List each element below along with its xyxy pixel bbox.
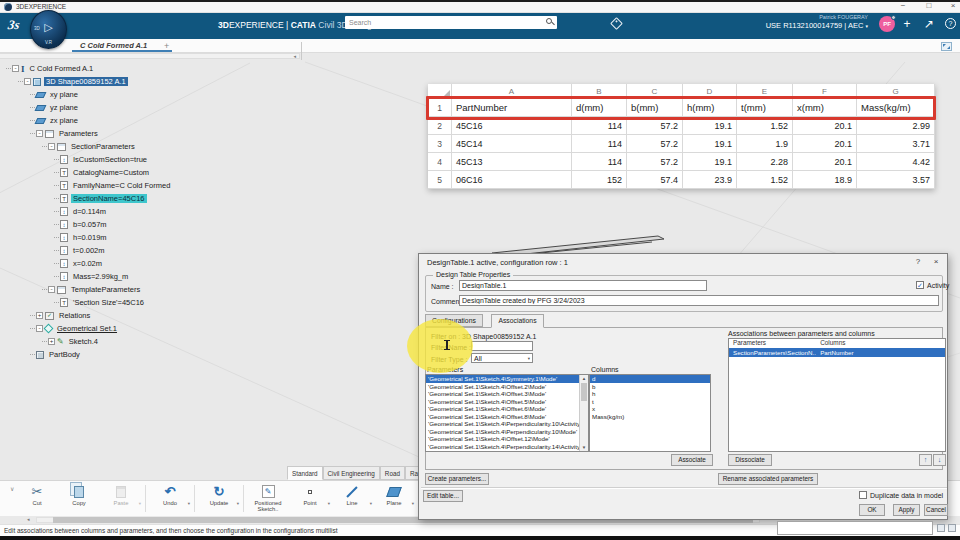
toolbar-cut[interactable]: ✂Cut: [16, 483, 58, 506]
dropdown-chevron-icon[interactable]: ▾: [370, 501, 372, 506]
columns-list[interactable]: dbhtxMass(kg/m): [589, 374, 711, 452]
sheet-cell[interactable]: 114: [572, 135, 627, 153]
status-icon-2[interactable]: [948, 524, 956, 532]
tree-item[interactable]: -IC Cold Formed A.1: [2, 62, 312, 75]
tree-item[interactable]: TSectionName=45C16: [2, 192, 312, 205]
sheet-cell[interactable]: 20.1: [793, 135, 857, 153]
sheet-cell[interactable]: 114: [572, 153, 627, 171]
tree-item[interactable]: -3D Shape00859152 A.1: [2, 75, 312, 88]
tree-item[interactable]: ↕h=0.019m: [2, 231, 312, 244]
expand-view-icon[interactable]: [941, 42, 952, 51]
sheet-cell[interactable]: 152: [572, 171, 627, 189]
tree-expander[interactable]: -: [36, 130, 43, 137]
toolbar-tab-civil-engineering[interactable]: Civil Engineering: [323, 466, 380, 480]
dissociate-button[interactable]: Dissociate: [728, 454, 772, 466]
tree-item[interactable]: TFamilyName=C Cold Formed: [2, 179, 312, 192]
tree-item[interactable]: -Geometrical Set.1: [2, 322, 312, 335]
edit-table-button[interactable]: Edit table...: [423, 490, 463, 502]
scrollbar-thumb[interactable]: [581, 383, 587, 401]
search-input[interactable]: [345, 16, 557, 29]
tree-expander[interactable]: -: [24, 78, 31, 85]
toolbar-paste[interactable]: Paste▾: [100, 483, 142, 506]
sheet-cell[interactable]: 20.1: [793, 153, 857, 171]
tree-expander[interactable]: -: [48, 143, 55, 150]
dropdown-chevron-icon[interactable]: ▾: [412, 501, 414, 506]
filter-name-input[interactable]: [471, 341, 533, 351]
sheet-row-number[interactable]: 3: [428, 135, 452, 153]
dialog-close-icon[interactable]: ×: [931, 257, 941, 266]
sheet-row-number[interactable]: 5: [428, 171, 452, 189]
tree-item[interactable]: ↕t=0.002m: [2, 244, 312, 257]
parameter-item[interactable]: 'Geometrical Set.1\Sketch.4\Perpendicula…: [426, 420, 588, 428]
cancel-button[interactable]: Cancel: [924, 504, 948, 516]
move-up-button[interactable]: ↑: [919, 454, 932, 466]
parameter-item[interactable]: 'Geometrical Set.1\Sketch.4\Perpendicula…: [426, 443, 588, 451]
rename-associated-parameters-button[interactable]: Rename associated parameters: [718, 473, 818, 485]
parameter-item[interactable]: 'Geometrical Set.1\Sketch.4\Offset.2\Mod…: [426, 383, 588, 391]
close-button[interactable]: ×: [946, 1, 960, 10]
toolbar-positioned-sketch-[interactable]: ✎Positioned Sketch..: [247, 483, 289, 512]
toolbar-tab-standard[interactable]: Standard: [287, 466, 323, 480]
tree-item[interactable]: +✎Sketch.4: [2, 335, 312, 348]
tree-item[interactable]: -Parameters: [2, 127, 312, 140]
status-icon-1[interactable]: [937, 524, 945, 532]
search-icon[interactable]: [546, 18, 556, 28]
move-down-button[interactable]: ↓: [933, 454, 946, 466]
sheet-cell[interactable]: 57.2: [627, 135, 683, 153]
tree-expander[interactable]: +: [36, 312, 43, 319]
tree-item[interactable]: ↕IsCustomSection=true: [2, 153, 312, 166]
dropdown-chevron-icon[interactable]: ▾: [139, 501, 141, 506]
column-item[interactable]: h: [590, 390, 710, 398]
maximize-button[interactable]: □: [922, 1, 936, 10]
toolbar-point[interactable]: Point▾: [289, 483, 331, 506]
add-content-icon[interactable]: +: [899, 17, 915, 31]
association-row[interactable]: SectionParameters\SectionN...PartNumber: [729, 348, 945, 357]
create-parameters-button[interactable]: Create parameters...: [425, 473, 489, 485]
dropdown-chevron-icon[interactable]: ▾: [328, 501, 330, 506]
dassault-logo[interactable]: 3s: [7, 17, 21, 33]
toolbar-tab-railwa[interactable]: Railwa: [405, 466, 418, 480]
collapse-toolbar-icon[interactable]: ∨: [10, 485, 14, 492]
toolbar-plane[interactable]: Plane▾: [373, 483, 415, 506]
environment-selector[interactable]: USE R1132100014759 | AEC ▾: [766, 21, 868, 30]
dialog-help-icon[interactable]: ?: [913, 257, 923, 266]
scroll-down-icon[interactable]: ▼: [580, 445, 588, 450]
toolbar-update[interactable]: ↻Update▾: [198, 483, 240, 506]
compass-icon[interactable]: ▷ 3D V.R: [30, 10, 67, 49]
tree-item[interactable]: ↕Mass=2.99kg_m: [2, 270, 312, 283]
tree-item[interactable]: TCatalogName=Custom: [2, 166, 312, 179]
sheet-cell[interactable]: 2.28: [737, 153, 793, 171]
toolbar-tab-road[interactable]: Road: [380, 466, 405, 480]
sheet-cell[interactable]: 06C16: [452, 171, 572, 189]
sheet-cell[interactable]: 18.9: [793, 171, 857, 189]
comment-field[interactable]: [459, 295, 939, 306]
scroll-left-icon[interactable]: ◂: [27, 516, 30, 522]
scroll-up-icon[interactable]: ▲: [580, 376, 588, 381]
parameters-scrollbar[interactable]: ▲▼: [579, 375, 588, 451]
parameter-item[interactable]: 'Geometrical Set.1\Sketch.4\Symmetry.1\M…: [426, 375, 588, 383]
column-item[interactable]: b: [590, 383, 710, 391]
tree-item[interactable]: ↕x=0.02m: [2, 257, 312, 270]
tree-item[interactable]: -SectionParameters: [2, 140, 312, 153]
dropdown-chevron-icon[interactable]: ▾: [237, 501, 239, 506]
parameter-item[interactable]: 'Geometrical Set.1\Sketch.4\Perpendicula…: [426, 428, 588, 436]
sheet-cell[interactable]: 4.42: [857, 153, 935, 171]
sheet-cell[interactable]: 23.9: [683, 171, 737, 189]
filter-type-select[interactable]: All▾: [471, 353, 533, 363]
document-tab[interactable]: C Cold Formed A.1: [80, 41, 147, 50]
name-field[interactable]: [459, 280, 707, 291]
tree-expander[interactable]: -: [36, 325, 43, 332]
minimize-button[interactable]: −: [896, 1, 910, 10]
parameter-item[interactable]: 'Geometrical Set.1\Sketch.4\Offset.6\Mod…: [426, 405, 588, 413]
tree-item[interactable]: yz plane: [2, 101, 312, 114]
tree-item[interactable]: zx plane: [2, 114, 312, 127]
sheet-cell[interactable]: 45C13: [452, 153, 572, 171]
tree-item[interactable]: xy plane: [2, 88, 312, 101]
sheet-cell[interactable]: 19.1: [683, 153, 737, 171]
duplicate-data-checkbox[interactable]: [859, 491, 867, 499]
apply-button[interactable]: Apply: [893, 504, 920, 516]
toolbar-copy[interactable]: Copy: [58, 483, 100, 506]
tree-expander[interactable]: +: [48, 338, 55, 345]
parameter-item[interactable]: 'Geometrical Set.1\Sketch.4\Offset.5\Mod…: [426, 398, 588, 406]
toolbar-line[interactable]: Line▾: [331, 483, 373, 506]
